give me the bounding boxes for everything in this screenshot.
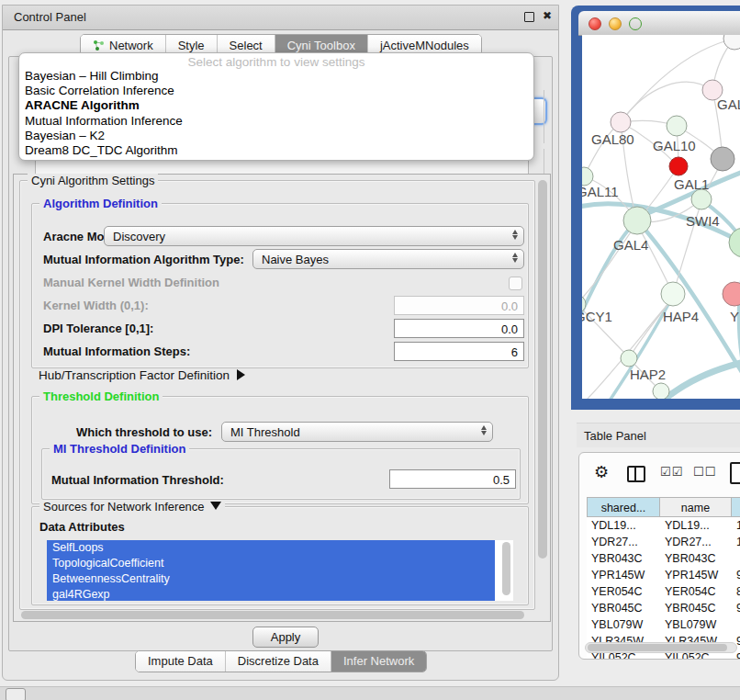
table-row[interactable]: YBL079WYBL079W [587, 616, 740, 633]
dropdown-item-dream8-dc-tdc-algorithm[interactable]: Dream8 DC_TDC Algorithm [23, 143, 530, 158]
tab-impute-data[interactable]: Impute Data [136, 651, 225, 672]
network-node-gal11[interactable] [582, 167, 593, 186]
dropdown-item-basic-correlation-inference[interactable]: Basic Correlation Inference [23, 84, 530, 98]
network-node-gal1[interactable] [691, 189, 712, 209]
table-cell: YER054C [660, 583, 732, 600]
network-graph[interactable]: GALGAL80GAL10GAL1GAL11SWI4GAL4GCY1HAP4YH… [582, 35, 740, 399]
node-label: GCY1 [582, 309, 612, 324]
settings-vertical-scrollbar[interactable] [537, 178, 548, 615]
unchecked-pair-icon[interactable]: ☐☐ [693, 465, 716, 479]
node-label: GAL4 [613, 237, 648, 253]
close-icon[interactable]: ✖ [543, 9, 552, 22]
aracne-mode-combo[interactable]: Discovery [104, 226, 524, 246]
attribute-item-selfloops[interactable]: SelfLoops [47, 540, 495, 556]
aracne-mode-value: Discovery [113, 230, 165, 243]
dropdown-item-aracne-algorithm[interactable]: ARACNE Algorithm [23, 98, 530, 113]
table-cell: YPR145W [587, 567, 660, 583]
table-cell: YPR145W [660, 567, 732, 583]
network-node-hap2[interactable] [621, 350, 637, 367]
manual-kernel-label: Manual Kernel Width Definition [43, 276, 219, 289]
network-node-gal4[interactable] [623, 207, 651, 234]
settings-horizontal-scrollbar[interactable] [19, 610, 533, 620]
column-header-shared[interactable]: shared... [587, 497, 660, 517]
table-panel-header[interactable]: Table Panel [577, 423, 740, 447]
table-body: YDL19...YDL19...13YDR27...YDR27...12YBR0… [587, 517, 740, 660]
mi-type-value: Naive Bayes [262, 253, 329, 266]
list-scrollbar[interactable] [502, 542, 510, 595]
network-window-titlebar[interactable] [578, 11, 740, 36]
data-attributes-list[interactable]: SelfLoopsTopologicalCoefficientBetweenne… [47, 540, 513, 601]
network-edge[interactable] [663, 360, 740, 399]
gear-icon[interactable]: ⚙ [594, 462, 609, 482]
float-window-icon[interactable] [524, 12, 534, 22]
attribute-item-topologicalcoefficient[interactable]: TopologicalCoefficient [47, 556, 495, 571]
table-horizontal-scrollbar[interactable] [585, 642, 737, 653]
node-label: HAP2 [630, 367, 666, 382]
table-row[interactable]: YER054CYER054C8. [587, 583, 740, 600]
dpi-tolerance-label: DPI Tolerance [0,1]: [43, 322, 153, 335]
network-node[interactable] [711, 147, 734, 171]
network-node-y[interactable] [723, 282, 740, 306]
checked-pair-icon[interactable]: ☑☑ [660, 465, 683, 479]
column-header-name[interactable]: name [660, 497, 732, 517]
node-label: GAL1 [674, 176, 709, 192]
network-node-gal10[interactable] [667, 116, 687, 136]
dropdown-item-bayesian-k2[interactable]: Bayesian – K2 [23, 129, 530, 143]
dropdown-item-bayesian-hill-climbing[interactable]: Bayesian – Hill Climbing [23, 69, 530, 84]
network-canvas[interactable]: GALGAL80GAL10GAL1GAL11SWI4GAL4GCY1HAP4YH… [582, 35, 740, 399]
tab-discretize-data[interactable]: Discretize Data [225, 651, 331, 672]
network-node-hap4[interactable] [661, 282, 685, 306]
tab-label: Cyni Toolbox [287, 39, 355, 52]
sources-title[interactable]: Sources for Network Inference [39, 500, 225, 514]
tab-infer-network[interactable]: Infer Network [331, 651, 426, 672]
zoom-traffic-light[interactable] [629, 17, 642, 30]
table-cell: YDL19... [660, 517, 732, 534]
document-icon[interactable] [730, 462, 740, 484]
hub-definition-expander[interactable]: Hub/Transcription Factor Definition [39, 368, 245, 382]
network-node[interactable] [723, 35, 740, 50]
column-header-a[interactable]: A [732, 497, 740, 517]
tab-label: jActiveMNodules [380, 39, 469, 52]
table-panel-title: Table Panel [584, 429, 646, 443]
network-node[interactable] [653, 383, 669, 399]
kernel-width-label: Kernel Width (0,1): [43, 299, 149, 312]
table-cell: 9. [732, 600, 740, 616]
network-edge[interactable] [621, 82, 712, 122]
groupbox-edge-fragment [544, 90, 544, 143]
manual-kernel-checkbox[interactable] [509, 277, 522, 290]
table-row[interactable]: YDL19...YDL19...13 [587, 517, 740, 534]
network-node[interactable] [669, 157, 688, 175]
network-node-swi4[interactable] [729, 228, 740, 257]
columns-icon[interactable] [627, 466, 645, 482]
mi-type-combo[interactable]: Naive Bayes [252, 249, 524, 269]
threshold-definition-group: Threshold Definition Which threshold to … [31, 396, 529, 504]
network-node-gal80[interactable] [611, 112, 631, 132]
dpi-tolerance-field[interactable]: 0.0 [394, 319, 524, 338]
table-cell: 8. [732, 583, 740, 600]
apply-button[interactable]: Apply [252, 627, 319, 648]
minimize-traffic-light[interactable] [609, 17, 622, 30]
collapsed-arrow-icon[interactable] [237, 369, 245, 380]
which-threshold-combo[interactable]: MI Threshold [221, 422, 493, 442]
expanded-arrow-icon[interactable] [210, 502, 221, 510]
minimized-panel-button[interactable] [6, 688, 26, 700]
table-header-row: shared...nameA [587, 497, 740, 517]
network-window[interactable]: GALGAL80GAL10GAL1GAL11SWI4GAL4GCY1HAP4YH… [571, 6, 740, 410]
dropdown-item-mutual-information-inference[interactable]: Mutual Information Inference [23, 114, 530, 129]
mi-threshold-field[interactable]: 0.5 [389, 469, 516, 489]
attribute-item-gal4rgexp[interactable]: gal4RGexp [47, 587, 495, 601]
table-row[interactable]: YDR27...YDR27...12 [587, 534, 740, 550]
control-panel-titlebar[interactable]: Control Panel ✖ [3, 6, 558, 30]
dropdown-items: Bayesian – Hill ClimbingBasic Correlatio… [23, 69, 530, 158]
combo-arrows-icon [512, 253, 518, 263]
mi-steps-field[interactable]: 6 [394, 342, 524, 361]
kernel-width-field[interactable]: 0.0 [394, 296, 524, 315]
mi-threshold-label: Mutual Information Threshold: [51, 473, 224, 487]
close-traffic-light[interactable] [589, 17, 601, 30]
table-cell: YBR043C [660, 550, 732, 567]
table-cell: YDL19... [587, 517, 660, 534]
attribute-item-betweennesscentrality[interactable]: BetweennessCentrality [47, 571, 495, 587]
table-row[interactable]: YBR043CYBR043C [587, 550, 740, 567]
table-row[interactable]: YPR145WYPR145W9. [587, 567, 740, 583]
table-row[interactable]: YBR045CYBR045C9. [587, 600, 740, 616]
